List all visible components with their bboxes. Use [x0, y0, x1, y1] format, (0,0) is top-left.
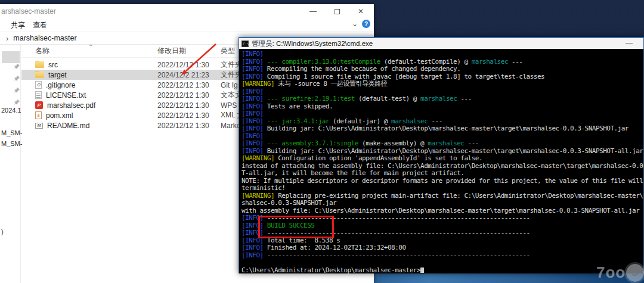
- terminal-segment: 未与 -source 8 一起设置引导类路径: [278, 80, 387, 88]
- file-name-cell: MREADME.md: [35, 122, 157, 130]
- terminal-line: [INFO]: [242, 88, 643, 96]
- terminal-segment: [INFO]: [242, 118, 267, 125]
- watermark: 7oo S: [596, 263, 644, 282]
- file-name: LICENSE.txt: [46, 91, 86, 99]
- terminal-line: [INFO] Building jar: C:\Users\Administra…: [242, 148, 643, 156]
- terminal-line: C:\Users\Administrator\Desktop\marshalse…: [242, 267, 643, 274]
- terminal-segment: C:\Users\Administrator\Desktop\marshalse…: [242, 267, 420, 274]
- terminal-line: [INFO] Recompiling the module because of…: [242, 66, 643, 73]
- terminal-segment: NOTE: If multiple descriptors or descrip…: [242, 178, 643, 185]
- terminal-line: [INFO] Compiling 1 source file with java…: [242, 73, 643, 81]
- sidebar-item[interactable]: M_SM-: [1, 140, 22, 147]
- gitignore-icon: [35, 81, 42, 89]
- terminal-segment: T-all.jar, it will become the file for m…: [242, 170, 464, 177]
- terminal-line: [INFO]: [242, 133, 643, 141]
- terminal-segment: Finished at: 2024-12-02T21:23:32+08:00: [267, 244, 406, 251]
- minimize-icon[interactable]: —: [301, 4, 325, 18]
- close-icon[interactable]: ✕: [349, 4, 373, 18]
- terminal-line: [INFO] Tests are skipped.: [242, 103, 643, 111]
- terminal-line: [INFO] Building jar: C:\Users\Administra…: [242, 125, 643, 133]
- terminal-line: instead of attaching the assembly file: …: [242, 163, 643, 170]
- terminal-segment: (make-assembly) @: [362, 140, 428, 147]
- file-name-cell: Pmarshalsec.pdf: [35, 101, 157, 110]
- file-name: README.md: [47, 122, 89, 130]
- terminal-line: [WARNING] Configuration option 'appendAs…: [242, 155, 643, 163]
- terminal-segment: Building jar: C:\Users\Administrator\Des…: [267, 148, 643, 155]
- file-date: 2022/12/12 1:30: [157, 61, 221, 69]
- terminal-segment: marshalsec: [428, 140, 464, 147]
- pin-icon: 📌: [13, 76, 20, 82]
- ribbon-right-controls: ⌄ ?: [352, 20, 370, 28]
- terminal-segment: [INFO]: [242, 125, 267, 132]
- explorer-titlebar[interactable]: arshalsec-master — ✕: [0, 4, 374, 18]
- terminal-segment: instead of attaching the assembly file: …: [242, 163, 643, 170]
- tab-share[interactable]: 共享: [11, 20, 25, 30]
- terminal-cursor: [420, 268, 424, 273]
- terminal-segment: marshalsec: [391, 118, 428, 125]
- terminal-segment: [INFO]: [242, 103, 267, 110]
- terminal-segment: Tests are skipped.: [267, 103, 333, 110]
- file-date: 2022/12/12 1:30: [157, 101, 221, 110]
- sidebar-item[interactable]: ): [1, 228, 4, 235]
- terminal-line: terministic!: [242, 185, 643, 192]
- terminal-segment: [INFO]: [242, 110, 267, 117]
- navigation-pane[interactable]: 📌📌📌📌 2024.1M_SM-M_SM-): [0, 45, 21, 283]
- file-date: 2022/12/12 1:30: [157, 91, 221, 99]
- terminal-segment: Building jar: C:\Users\Administrator\Des…: [267, 125, 628, 132]
- column-header-name[interactable]: 名称: [35, 46, 157, 56]
- terminal-segment: --- jar:3.4.1:jar: [267, 118, 333, 125]
- sidebar-item[interactable]: 2024.1: [1, 107, 21, 114]
- pin-icon: 📌: [13, 99, 20, 105]
- terminal-line: [INFO] --- jar:3.4.1:jar (default-jar) @…: [242, 118, 643, 126]
- markdown-icon: M: [35, 123, 43, 129]
- chevron-down-icon[interactable]: ⌄: [352, 20, 358, 28]
- file-name-cell: target: [35, 71, 157, 79]
- sidebar-item[interactable]: M_SM-: [1, 129, 22, 136]
- terminal-line: [INFO] --- assembly:3.7.1:single (make-a…: [242, 140, 643, 148]
- terminal-line: T-all.jar, it will become the file for m…: [242, 170, 643, 178]
- terminal-segment: ---: [428, 118, 442, 125]
- terminal-line: [INFO] --- compiler:3.13.0:testCompile (…: [242, 58, 643, 66]
- column-header-date[interactable]: 修改日期: [157, 46, 221, 56]
- terminal-segment: [INFO]: [242, 148, 267, 155]
- terminal-segment: [INFO]: [242, 66, 267, 73]
- terminal-segment: Configuration option 'appendAssemblyId' …: [278, 155, 482, 162]
- terminal-segment: (default-testCompile) @: [384, 58, 472, 66]
- terminal-line: [INFO]: [242, 51, 643, 58]
- tab-view[interactable]: 查看: [33, 20, 47, 30]
- cmd-titlebar[interactable]: C:\ 管理员: C:\Windows\System32\cmd.exe —: [239, 38, 643, 49]
- terminal-segment: [INFO]: [242, 244, 267, 251]
- help-icon[interactable]: ?: [362, 20, 370, 28]
- terminal-line: [WARNING] 未与 -source 8 一起设置引导类路径: [242, 80, 643, 88]
- terminal-segment: terministic!: [242, 185, 285, 192]
- file-name-cell: apom.xml: [35, 111, 157, 120]
- terminal-segment: [INFO]: [242, 252, 267, 259]
- nav-selected-block[interactable]: [2, 51, 20, 63]
- terminal-segment: [INFO]: [242, 140, 267, 147]
- file-name: src: [48, 61, 58, 69]
- cmd-minimize-icon[interactable]: —: [626, 39, 633, 47]
- terminal-output[interactable]: [INFO] [INFO] --- compiler:3.13.0:testCo…: [239, 49, 643, 273]
- terminal-segment: [INFO]: [242, 133, 267, 140]
- terminal-segment: [INFO]: [242, 73, 267, 80]
- file-date: 2022/12/12 1:30: [157, 122, 221, 130]
- terminal-segment: --- surefire:2.19.1:test: [267, 95, 358, 102]
- explorer-window-controls: — ✕: [301, 4, 373, 18]
- explorer-window-title: arshalsec-master: [1, 7, 56, 15]
- terminal-segment: --- assembly:3.7.1:single: [267, 140, 362, 147]
- sort-ascending-icon[interactable]: ⌃: [88, 43, 93, 50]
- terminal-segment: [WARNING]: [242, 192, 278, 200]
- breadcrumb-folder[interactable]: marshalsec-master: [13, 34, 76, 42]
- terminal-line: [WARNING] Replacing pre-existing project…: [242, 192, 643, 200]
- terminal-segment: [INFO]: [242, 51, 267, 58]
- terminal-segment: ---: [508, 58, 523, 66]
- terminal-line: [INFO] ---------------------------------…: [242, 252, 643, 260]
- terminal-segment: shalsec-0.0.3-SNAPSHOT.jar: [242, 200, 336, 207]
- file-name: pom.xml: [46, 111, 73, 120]
- file-name-cell: LICENSE.txt: [35, 91, 157, 99]
- terminal-segment: Compiling 1 source file with javac [debu…: [267, 73, 544, 80]
- terminal-segment: [INFO]: [242, 95, 267, 102]
- maximize-icon[interactable]: [325, 4, 349, 18]
- file-name-cell: .gitignore: [35, 81, 157, 89]
- watermark-badge: S: [626, 264, 644, 282]
